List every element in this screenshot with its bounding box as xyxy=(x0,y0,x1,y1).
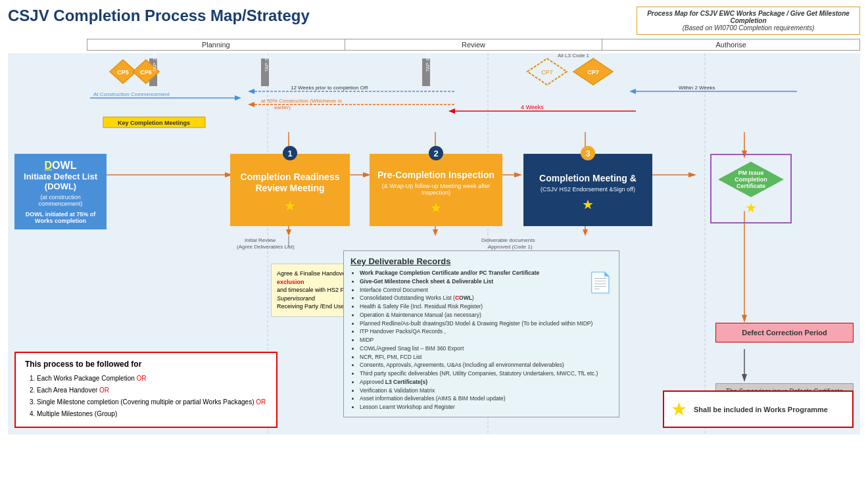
deliv-item: Third party specific deliverables (NR, U… xyxy=(360,369,612,378)
svg-marker-53 xyxy=(286,229,291,236)
svg-marker-19 xyxy=(235,95,241,101)
dowl-note: DOWL initiated at 75% of Works completio… xyxy=(20,211,101,224)
step2-box: 2 Pre-Completion Inspection (& Wrap-Up f… xyxy=(370,154,502,226)
svg-text:CP5: CP5 xyxy=(117,69,129,76)
step2-title: Pre-Completion Inspection xyxy=(377,170,494,181)
svg-rect-3 xyxy=(149,59,157,86)
deliv-item: Consents, Approvals, Agreements, U&As (I… xyxy=(360,361,612,369)
dowl-sub: (at construction commencement) xyxy=(20,194,101,207)
svg-rect-5 xyxy=(422,59,430,86)
step1-star: ★ xyxy=(284,198,296,214)
svg-marker-57 xyxy=(583,229,588,236)
pm-cert-area: PM Issue Completion Certificate ★ xyxy=(692,154,810,223)
svg-text:CP7: CP7 xyxy=(541,69,553,76)
dowl-d: D xyxy=(45,160,53,171)
doc-icon: 📄 xyxy=(588,271,612,294)
phase-authorise: Authorise xyxy=(602,39,859,50)
svg-text:Key Completion Meetings: Key Completion Meetings xyxy=(118,120,190,126)
step2-sub: (& Wrap-Up follow-up Meeting week after … xyxy=(374,183,498,196)
deliv-item: Give-Get Milestone Check sheet & Deliver… xyxy=(360,277,612,286)
deliv-item: COWL/Agreed Snag list – BIM 360 Export xyxy=(360,344,612,353)
step1-title: Completion Readiness Review Meeting xyxy=(234,172,346,194)
dowl-title: DOWL xyxy=(20,159,101,172)
pm-cert-label: PM Issue Completion Certificate xyxy=(718,170,784,189)
step2-num: 2 xyxy=(429,146,443,160)
or2: OR xyxy=(99,387,109,394)
process-title: This process to be followed for xyxy=(25,360,267,369)
step3-star: ★ xyxy=(582,197,594,212)
svg-marker-55 xyxy=(433,229,438,236)
works-prog-text: Shall be included in Works Programme xyxy=(694,406,828,413)
step3-box: 3 Completion Meeting & (CSJV HS2 Endorse… xyxy=(523,154,652,226)
deliverables-list: Work Package Completion Certificate and/… xyxy=(350,269,612,411)
svg-text:All L3 Code 1: All L3 Code 1 xyxy=(558,53,590,59)
svg-text:Within 2 Weeks: Within 2 Weeks xyxy=(679,85,715,91)
works-programme-box: ★ Shall be included in Works Programme xyxy=(663,390,854,428)
svg-text:12 Weeks prior to completion O: 12 Weeks prior to completion OR xyxy=(291,85,368,91)
svg-marker-32 xyxy=(448,108,455,114)
svg-rect-34 xyxy=(103,117,205,128)
svg-text:earlier): earlier) xyxy=(274,105,291,110)
svg-marker-64 xyxy=(742,315,747,323)
deliv-item: ITP Handover Packs/QA Records , xyxy=(360,327,612,336)
svg-marker-22 xyxy=(248,89,254,94)
svg-text:TAP: 25%: TAP: 25% xyxy=(153,53,157,72)
agree-exclusion: exclusion xyxy=(277,279,304,285)
phase-review: Review xyxy=(345,39,603,50)
svg-text:CP7: CP7 xyxy=(587,69,599,76)
phase-planning: Planning xyxy=(87,39,345,50)
diagram: CP5 CP6 CP7 CP7 All L3 Code 1 TAP: 25% T… xyxy=(8,53,860,434)
subtitle-line1: Process Map for CSJV EWC Works Package /… xyxy=(644,10,853,24)
subtitle-line2: (Based on WI0700 Completion requirements… xyxy=(644,24,853,32)
pm-cert-line1: PM Issue Completion xyxy=(735,170,767,183)
svg-text:4 Weeks: 4 Weeks xyxy=(521,104,544,110)
step3-title: Completion Meeting & xyxy=(539,173,637,184)
svg-marker-28 xyxy=(248,102,254,107)
deliv-item: MIDP xyxy=(360,336,612,344)
svg-text:at 50% Construction (Whichever: at 50% Construction (Whichever is xyxy=(261,98,342,104)
svg-text:At Construction Commencement: At Construction Commencement xyxy=(93,91,170,97)
page: CSJV Completion Process Map/Strategy Pro… xyxy=(0,0,868,493)
pm-cert-star: ★ xyxy=(718,200,784,216)
svg-text:TAP: 50%: TAP: 50% xyxy=(264,53,269,72)
page-title: CSJV Completion Process Map/Strategy xyxy=(8,7,310,25)
deliverables-box: Key Deliverable Records 📄 Work Package C… xyxy=(343,250,619,417)
svg-marker-25 xyxy=(629,89,636,94)
deliv-item: Asset information deliverables (AIMS & B… xyxy=(360,394,612,403)
defect-correction-box: Defect Correction Period xyxy=(715,323,854,342)
deliv-item: Lesson Learnt Workshop and Register xyxy=(360,403,612,411)
process-item: Each Area Handover OR xyxy=(37,385,267,396)
or3: OR xyxy=(256,398,266,406)
svg-text:CP6: CP6 xyxy=(140,69,152,76)
svg-marker-12 xyxy=(573,59,613,85)
header: CSJV Completion Process Map/Strategy Pro… xyxy=(8,7,860,35)
svg-text:Deliverable documents: Deliverable documents xyxy=(481,237,535,243)
deliv-item: Verification & Validation Matrix xyxy=(360,387,612,395)
deliv-item: Health & Safety File (Incl. Residual Ris… xyxy=(360,302,612,311)
subtitle-box: Process Map for CSJV EWC Works Package /… xyxy=(637,7,860,35)
svg-marker-8 xyxy=(133,60,159,83)
step1-num: 1 xyxy=(283,146,297,160)
svg-text:TAP: 80%: TAP: 80% xyxy=(425,53,430,72)
phase-bar: Planning Review Authorise xyxy=(87,39,860,51)
dowl-box: DOWL Initiate Defect List (DOWL) (at con… xyxy=(14,154,107,229)
pm-cert-box: PM Issue Completion Certificate ★ xyxy=(710,154,792,223)
or1: OR xyxy=(137,375,147,382)
process-box: This process to be followed for Each Wor… xyxy=(14,352,277,428)
deliv-item: Interface Control Document xyxy=(360,286,612,294)
process-item: Multiple Milestones (Group) xyxy=(37,408,267,420)
step3-num: 3 xyxy=(581,146,595,160)
svg-marker-66 xyxy=(742,374,747,382)
deliv-item: Approved L3 Certificate(s) xyxy=(360,378,612,387)
dowl-initiate: Initiate Defect List xyxy=(20,172,101,181)
deliv-item: Consolidated Outstanding Works List (COW… xyxy=(360,294,612,302)
deliv-item: Planned Redline/As-built drawings/3D Mod… xyxy=(360,319,612,328)
svg-marker-10 xyxy=(527,59,567,85)
svg-text:Approved (Code 1): Approved (Code 1) xyxy=(488,244,533,250)
step2-star: ★ xyxy=(430,200,442,216)
svg-marker-41 xyxy=(514,172,522,177)
deliverables-title: Key Deliverable Records xyxy=(350,256,612,266)
svg-marker-6 xyxy=(110,60,136,83)
process-item: Single Milestone completion (Covering mu… xyxy=(37,396,267,408)
dowl-dowl: (DOWL) xyxy=(20,181,101,191)
